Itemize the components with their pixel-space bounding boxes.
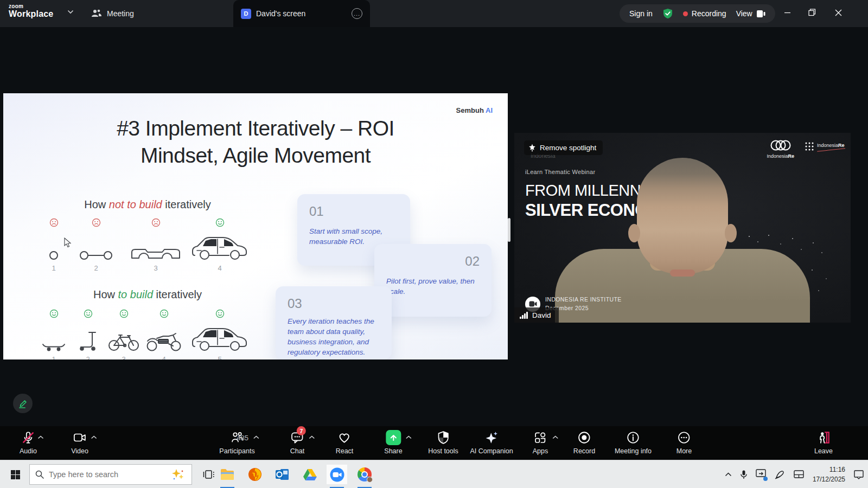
close-button[interactable] (826, 0, 851, 25)
stage-number: 4 (218, 264, 221, 272)
heading-em: to build (118, 288, 154, 300)
video-button[interactable]: Video (71, 429, 88, 455)
stage-car-complete: 5 (192, 309, 248, 359)
zoom-meeting-window: zoom Workplace Meeting D David's screen … (0, 0, 868, 488)
indonesia-re-institute-logo: IndonesiaRe (805, 142, 845, 151)
share-options-chevron[interactable] (405, 435, 412, 439)
participants-label: Participants (219, 447, 254, 455)
spotlight-video-tile[interactable]: iLearn Thematic Webinar FROM MILLENNIAL … (514, 133, 851, 323)
participants-options-chevron[interactable] (253, 435, 259, 439)
start-button[interactable] (5, 465, 25, 484)
google-drive-button[interactable] (299, 465, 320, 484)
taskbar-clock[interactable]: 11:16 17/12/2025 (813, 465, 845, 484)
stage-number: 2 (94, 264, 98, 272)
leave-button[interactable]: Leave (814, 429, 833, 455)
zoom-app-button[interactable] (327, 465, 347, 484)
view-button[interactable]: View (736, 9, 765, 18)
screen-share-scrollbar[interactable] (508, 218, 510, 242)
logo-text: IndonesiaRe (767, 153, 794, 159)
notification-center-icon[interactable] (854, 470, 864, 479)
how-not-to-build-heading: How not to build iteratively (34, 198, 261, 211)
chevron-down-icon[interactable] (67, 10, 74, 14)
chat-button[interactable]: 7 Chat (290, 429, 304, 455)
shield-icon (436, 431, 450, 445)
video-camera-icon (73, 431, 87, 445)
recording-label: Recording (692, 9, 726, 18)
tab-davids-screen[interactable]: D David's screen ... (233, 0, 370, 27)
apps-options-chevron[interactable] (552, 435, 559, 439)
react-button[interactable]: React (336, 429, 354, 455)
record-button[interactable]: Record (573, 429, 595, 455)
institute-name: INDONESIA RE INSTITUTE (545, 296, 622, 304)
logo-workplace-text: Workplace (9, 9, 53, 19)
person-ear (628, 224, 640, 242)
person-ear (725, 224, 737, 242)
video-options-chevron[interactable] (91, 435, 97, 439)
search-input[interactable] (49, 470, 165, 479)
heading-pre: How (93, 288, 118, 300)
audio-button[interactable]: Audio (20, 429, 37, 455)
happy-face-icon (215, 309, 225, 318)
hidden-icons-chevron[interactable] (725, 472, 732, 477)
view-layout-icon (756, 10, 765, 18)
tray-cast-icon[interactable] (756, 469, 766, 480)
tray-display-icon[interactable] (794, 470, 804, 479)
file-explorer-button[interactable] (217, 465, 238, 484)
participants-button[interactable]: Participants 485 (219, 429, 254, 455)
remove-spotlight-label: Remove spotlight (540, 144, 596, 152)
card-02: 02 Pilot first, prove value, then scale. (374, 244, 492, 317)
stage-motorcycle: 4 (146, 309, 182, 359)
logo-zoom-text: zoom (9, 3, 53, 9)
restore-button[interactable] (800, 0, 825, 25)
happy-face-icon (84, 309, 93, 318)
mouse-cursor (64, 237, 72, 248)
stage-number: 2 (86, 355, 90, 359)
slide-title: #3 Implement Iteratively – ROI Mindset, … (76, 115, 435, 169)
google-drive-icon (303, 468, 317, 481)
chat-label: Chat (290, 447, 304, 455)
motorcycle-icon (146, 331, 182, 351)
meeting-info-button[interactable]: Meeting info (615, 429, 652, 455)
more-button[interactable]: More (676, 429, 692, 455)
task-view-button[interactable] (199, 465, 219, 484)
apps-button[interactable]: Apps (533, 429, 548, 455)
firefox-icon (248, 467, 262, 481)
audio-options-chevron[interactable] (37, 435, 44, 439)
encryption-shield-icon[interactable] (662, 8, 673, 19)
wheel-icon (49, 251, 59, 260)
chat-options-chevron[interactable] (309, 435, 315, 439)
host-tools-button[interactable]: Host tools (428, 429, 458, 455)
firefox-button[interactable] (245, 465, 265, 484)
card-03: 03 Every iteration teaches the team abou… (276, 286, 392, 359)
chrome-button[interactable] (354, 465, 375, 484)
people-icon (91, 9, 102, 18)
happy-face-icon (49, 309, 59, 318)
participants-count: 485 (237, 434, 248, 442)
car-icon (192, 234, 248, 260)
tab-meeting[interactable]: Meeting (91, 0, 134, 27)
recording-indicator[interactable]: Recording (683, 9, 726, 18)
participant-name-tag: David (514, 307, 559, 323)
view-label: View (736, 9, 752, 18)
ai-companion-button[interactable]: AI Companion (470, 429, 513, 455)
tray-microphone-icon[interactable] (741, 470, 747, 479)
copilot-sparkle-icon (170, 468, 186, 481)
share-button[interactable]: Share (384, 429, 402, 455)
tab-options-icon[interactable]: ... (352, 8, 362, 19)
brand-suffix: AI (486, 106, 493, 114)
minimize-button[interactable] (775, 0, 800, 25)
remove-spotlight-button[interactable]: Remove spotlight (524, 140, 603, 155)
share-label: Share (384, 447, 402, 455)
meeting-status-pill: Sign in Recording View (620, 4, 775, 23)
windows-logo-icon (11, 470, 20, 479)
stage-number: 5 (218, 355, 221, 359)
tray-pen-icon[interactable] (775, 470, 785, 479)
car-icon (192, 325, 248, 351)
stage-car: 4 (192, 218, 248, 272)
sign-in-button[interactable]: Sign in (629, 9, 653, 18)
zoom-workplace-logo[interactable]: zoom Workplace (9, 3, 53, 19)
annotate-button[interactable] (13, 394, 33, 413)
taskbar-search[interactable] (29, 464, 192, 485)
outlook-button[interactable] (272, 465, 292, 484)
meeting-info-label: Meeting info (615, 447, 652, 455)
